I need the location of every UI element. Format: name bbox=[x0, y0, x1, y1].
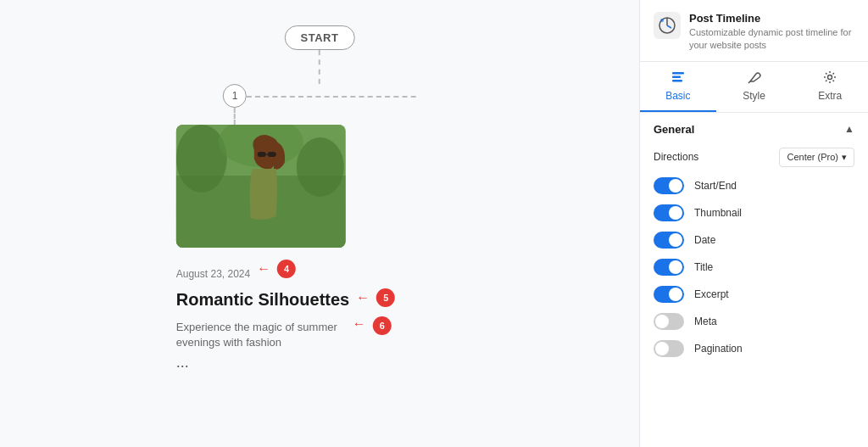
toggle-thumbnail: Thumbnail bbox=[640, 199, 868, 226]
start-node: START bbox=[285, 25, 355, 50]
horizontal-connector bbox=[247, 96, 416, 98]
tab-extra[interactable]: Extra bbox=[792, 62, 868, 112]
tab-basic[interactable]: Basic bbox=[640, 62, 716, 112]
tab-style[interactable]: Style bbox=[716, 62, 793, 112]
toggle-date: Date bbox=[640, 226, 868, 254]
svg-rect-15 bbox=[672, 80, 682, 82]
annotation-badge-6: 6 bbox=[373, 316, 392, 335]
card-thumbnail bbox=[176, 125, 346, 248]
vertical-connector bbox=[319, 50, 320, 84]
meta-label: Meta bbox=[694, 316, 717, 327]
directions-label: Directions bbox=[654, 151, 698, 163]
collapse-icon[interactable]: ▲ bbox=[844, 123, 854, 135]
toggle-excerpt: Excerpt bbox=[640, 281, 868, 308]
directions-dropdown[interactable]: Center (Pro) ▾ bbox=[779, 148, 854, 167]
directions-value: Center (Pro) bbox=[787, 152, 838, 162]
timeline: START 1 bbox=[176, 25, 463, 372]
date-toggle[interactable] bbox=[654, 232, 684, 249]
thumbnail-toggle[interactable] bbox=[654, 204, 684, 221]
svg-point-12 bbox=[660, 19, 664, 22]
plugin-header: Post Timeline Customizable dynamic post … bbox=[640, 0, 868, 62]
start-end-label: Start/End bbox=[694, 180, 737, 192]
toggle-pagination: Pagination bbox=[640, 335, 868, 362]
vertical-connector-2 bbox=[234, 108, 236, 125]
excerpt-label: Excerpt bbox=[694, 288, 729, 300]
toggle-meta: Meta bbox=[640, 308, 868, 335]
tab-style-label: Style bbox=[743, 90, 765, 102]
style-tab-icon bbox=[748, 70, 761, 87]
svg-point-3 bbox=[297, 137, 344, 197]
svg-rect-14 bbox=[672, 75, 681, 78]
plugin-info: Post Timeline Customizable dynamic post … bbox=[689, 12, 854, 53]
plugin-name: Post Timeline bbox=[689, 12, 854, 25]
toggle-title: Title bbox=[640, 254, 868, 281]
tabs-row: Basic Style Extra bbox=[640, 62, 868, 113]
section-title: General bbox=[654, 123, 694, 136]
excerpt-toggle[interactable] bbox=[654, 286, 684, 303]
step-row: 1 bbox=[223, 84, 416, 125]
pagination-toggle[interactable] bbox=[654, 340, 684, 357]
tab-extra-label: Extra bbox=[818, 90, 842, 102]
settings-panel: Post Timeline Customizable dynamic post … bbox=[639, 0, 868, 447]
start-end-toggle[interactable] bbox=[654, 177, 684, 194]
card-more: ... bbox=[176, 354, 189, 372]
annotation-badge-4: 4 bbox=[277, 260, 296, 278]
step-number: 1 bbox=[223, 84, 247, 108]
card-date: August 23, 2024 bbox=[176, 268, 250, 280]
card-excerpt: Experience the magic of summer evenings … bbox=[176, 320, 346, 350]
pagination-label: Pagination bbox=[694, 343, 743, 355]
card-title: Romantic Silhouettes bbox=[176, 290, 349, 310]
date-label: Date bbox=[694, 234, 715, 246]
basic-tab-icon bbox=[671, 70, 685, 87]
title-label: Title bbox=[694, 261, 713, 273]
svg-rect-6 bbox=[258, 152, 266, 157]
date-arrow: ← bbox=[257, 261, 270, 277]
tab-basic-label: Basic bbox=[665, 90, 690, 102]
toggle-start-end: Start/End bbox=[640, 172, 868, 199]
svg-line-11 bbox=[667, 25, 671, 28]
title-arrow: ← bbox=[356, 290, 370, 305]
dropdown-chevron-icon: ▾ bbox=[842, 152, 847, 163]
excerpt-arrow: ← bbox=[353, 316, 366, 332]
svg-point-17 bbox=[828, 75, 832, 79]
preview-panel: START 1 bbox=[0, 0, 639, 447]
general-section-header: General ▲ bbox=[640, 113, 868, 142]
extra-tab-icon bbox=[823, 70, 837, 87]
directions-row: Directions Center (Pro) ▾ bbox=[640, 142, 868, 172]
plugin-icon bbox=[654, 12, 681, 39]
svg-line-16 bbox=[748, 81, 750, 83]
svg-point-2 bbox=[176, 125, 227, 193]
plugin-description: Customizable dynamic post timeline for y… bbox=[689, 26, 854, 53]
svg-rect-7 bbox=[268, 152, 276, 157]
title-toggle[interactable] bbox=[654, 259, 684, 276]
annotation-badge-5: 5 bbox=[376, 288, 395, 307]
meta-toggle[interactable] bbox=[654, 313, 684, 330]
svg-rect-13 bbox=[672, 72, 684, 75]
thumbnail-label: Thumbnail bbox=[694, 207, 742, 219]
